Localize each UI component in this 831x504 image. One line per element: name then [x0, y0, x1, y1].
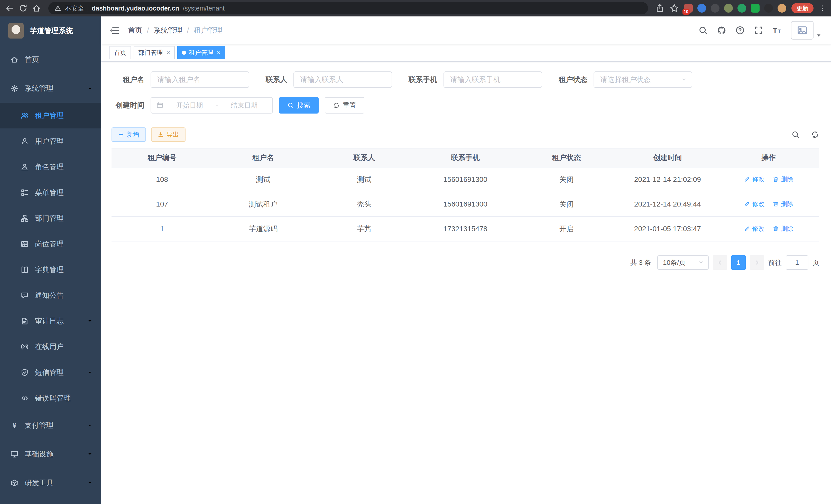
tab-item-1[interactable]: 部门管理× — [134, 46, 175, 59]
cell-status: 开启 — [516, 216, 617, 241]
user-avatar-dropdown[interactable] — [791, 21, 822, 39]
edit-button[interactable]: 修改 — [744, 200, 765, 208]
tab-item-0[interactable]: 首页 — [110, 46, 131, 59]
sidebar-item-user[interactable]: 用户管理 — [0, 128, 101, 154]
sidebar-item-system[interactable]: 系统管理 — [0, 74, 101, 103]
next-page-button[interactable] — [750, 255, 764, 270]
page-jump-input[interactable] — [786, 255, 808, 270]
sidebar-item-post[interactable]: 岗位管理 — [0, 231, 101, 257]
update-button[interactable]: 更新 — [792, 3, 813, 13]
breadcrumb-separator: / — [187, 26, 189, 34]
browser-back-button[interactable] — [5, 4, 15, 13]
font-size-icon[interactable]: TT — [772, 26, 782, 35]
extension-tan-avatar-icon[interactable] — [778, 4, 786, 12]
tenant-name-input[interactable] — [150, 71, 249, 88]
active-tab-dot — [182, 51, 186, 55]
sidebar-item-pay[interactable]: ¥支付管理 — [0, 411, 101, 440]
sidebar-item-notice[interactable]: 通知公告 — [0, 283, 101, 308]
sidebar-item-dept[interactable]: 部门管理 — [0, 206, 101, 231]
jump-prefix: 前往 — [768, 258, 782, 267]
address-bar[interactable]: 不安全 dashboard.yudao.iocoder.cn/system/te… — [48, 2, 648, 14]
sidebar-item-tenant[interactable]: 租户管理 — [0, 103, 101, 128]
browser-home-button[interactable] — [32, 4, 41, 13]
extension-green-square-icon[interactable] — [751, 4, 760, 12]
close-tab-icon[interactable]: × — [217, 50, 221, 56]
browser-reload-button[interactable] — [19, 4, 28, 13]
github-icon[interactable] — [717, 26, 726, 35]
share-icon[interactable] — [655, 4, 664, 13]
sidebar-item-role[interactable]: 角色管理 — [0, 154, 101, 180]
sidebar-item-dict[interactable]: 字典管理 — [0, 257, 101, 283]
page-number-button[interactable]: 1 — [731, 255, 746, 270]
cell-created: 2021-01-05 17:03:47 — [617, 216, 718, 241]
contact-input[interactable] — [293, 71, 392, 88]
delete-label: 删除 — [781, 175, 793, 183]
help-icon[interactable] — [736, 26, 745, 35]
sidebar-item-menu[interactable]: 菜单管理 — [0, 180, 101, 206]
gear-icon — [10, 84, 19, 92]
cell-name: 测试租户 — [212, 192, 314, 216]
browser-menu-icon[interactable] — [819, 4, 826, 13]
home-icon — [10, 56, 19, 64]
add-button[interactable]: 新增 — [112, 127, 146, 142]
edit-button[interactable]: 修改 — [744, 225, 765, 233]
extension-red-icon[interactable]: 10 — [684, 4, 693, 12]
code-icon — [21, 394, 29, 402]
bookmark-star-icon[interactable] — [670, 4, 679, 13]
filter-contact: 联系人 — [266, 71, 392, 88]
column-header-3: 联系手机 — [415, 148, 516, 167]
edit-button[interactable]: 修改 — [744, 175, 765, 183]
sidebar-item-online[interactable]: 在线用户 — [0, 334, 101, 360]
chevron-up-icon — [87, 85, 93, 91]
fullscreen-icon[interactable] — [754, 26, 763, 35]
role-icon — [21, 163, 29, 171]
sidebar-item-errcode[interactable]: 错误码管理 — [0, 385, 101, 411]
breadcrumb-item-1[interactable]: 系统管理 — [154, 25, 182, 35]
extension-dark-ring-icon[interactable] — [711, 4, 719, 12]
logo-image — [8, 23, 24, 38]
app-logo[interactable]: 芋道管理系统 — [0, 17, 101, 45]
sidebar-item-label: 通知公告 — [35, 291, 93, 300]
chevron-down-icon — [87, 451, 93, 457]
export-button[interactable]: 导出 — [151, 127, 185, 142]
date-range-picker[interactable]: 开始日期 - 结束日期 — [150, 97, 273, 114]
extension-olive-icon[interactable] — [724, 4, 733, 12]
extension-blue-icon[interactable] — [697, 4, 706, 12]
table-row: 107测试租户秃头15601691300关闭2021-12-14 20:49:4… — [112, 192, 819, 216]
sidebar-item-home[interactable]: 首页 — [0, 45, 101, 74]
phone-input[interactable] — [443, 71, 542, 88]
chevron-down-icon — [698, 260, 704, 266]
breadcrumb-item-0[interactable]: 首页 — [128, 25, 142, 35]
status-select[interactable]: 请选择租户状态 — [594, 71, 692, 88]
edit-label: 修改 — [752, 175, 765, 183]
sidebar-item-tool[interactable]: 研发工具 — [0, 469, 101, 497]
refresh-table-button[interactable] — [811, 130, 819, 139]
hamburger-icon[interactable] — [110, 25, 120, 35]
breadcrumb: 首页/系统管理/租户管理 — [128, 25, 223, 35]
page-size-select[interactable]: 10条/页 — [657, 255, 709, 270]
notice-icon — [21, 291, 29, 299]
delete-button[interactable]: 删除 — [773, 225, 793, 233]
tenant-icon — [21, 112, 29, 120]
url-path: /system/tenant — [183, 5, 225, 12]
extension-green-circle-icon[interactable] — [738, 4, 746, 12]
search-button[interactable]: 搜索 — [279, 97, 319, 114]
delete-button[interactable]: 删除 — [773, 175, 793, 183]
search-icon[interactable] — [698, 26, 708, 35]
security-label[interactable]: 不安全 — [65, 4, 84, 12]
sidebar-item-audit[interactable]: 审计日志 — [0, 308, 101, 334]
broken-image-icon — [797, 25, 807, 35]
breadcrumb-separator: / — [147, 26, 149, 34]
close-tab-icon[interactable]: × — [167, 50, 170, 56]
extension-black-knot-icon[interactable] — [764, 4, 773, 12]
tab-item-2[interactable]: 租户管理× — [177, 46, 225, 59]
sidebar-item-infra[interactable]: 基础设施 — [0, 440, 101, 469]
cell-actions: 修改删除 — [718, 167, 819, 192]
toggle-search-button[interactable] — [792, 130, 800, 139]
svg-text:T: T — [773, 27, 777, 34]
prev-page-button[interactable] — [713, 255, 727, 270]
delete-button[interactable]: 删除 — [773, 200, 793, 208]
delete-label: 删除 — [781, 200, 793, 208]
reset-button[interactable]: 重置 — [325, 97, 364, 114]
sidebar-item-sms[interactable]: 短信管理 — [0, 360, 101, 385]
